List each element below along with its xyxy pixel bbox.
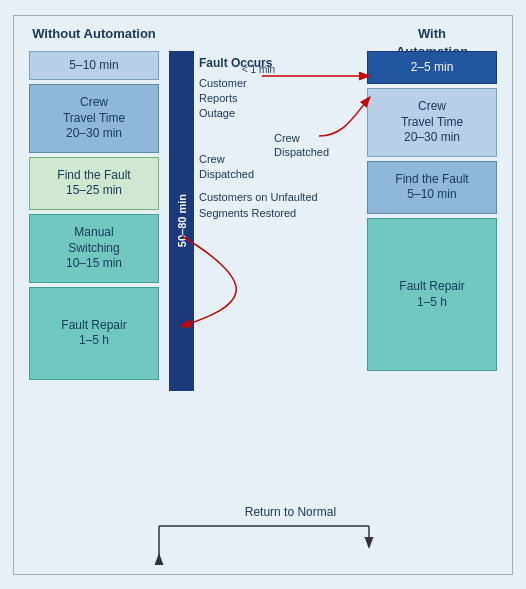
diagram-container: Without Automation WithAutomation 5–10 m… — [13, 15, 513, 575]
block-crew-travel-left: CrewTravel Time20–30 min — [29, 84, 159, 153]
right-column: 2–5 min CrewTravel Time20–30 min Find th… — [367, 51, 497, 372]
block-5-10min: 5–10 min — [29, 51, 159, 81]
left-column: 5–10 min CrewTravel Time20–30 min Find t… — [29, 51, 159, 381]
block-fault-repair-right: Fault Repair1–5 h — [367, 218, 497, 371]
return-to-normal-label: Return to Normal — [245, 505, 336, 519]
customer-reports-label: CustomerReportsOutage — [199, 76, 344, 122]
left-header: Without Automation — [29, 24, 159, 42]
block-2-5min: 2–5 min — [367, 51, 497, 85]
customers-restored-label: Customers on UnfaultedSegments Restored — [199, 190, 344, 221]
lt1min-label: < 1 min — [242, 64, 275, 75]
center-bar: 50–80 min — [169, 51, 194, 391]
center-label: 50–80 min — [176, 194, 188, 247]
crew-dispatched-right-label: CrewDispatched — [274, 131, 329, 160]
block-crew-travel-right: CrewTravel Time20–30 min — [367, 88, 497, 157]
block-find-fault-left: Find the Fault15–25 min — [29, 157, 159, 210]
block-find-fault-right: Find the Fault5–10 min — [367, 161, 497, 214]
block-fault-repair-left: Fault Repair1–5 h — [29, 287, 159, 380]
block-manual-switching: ManualSwitching10–15 min — [29, 214, 159, 283]
